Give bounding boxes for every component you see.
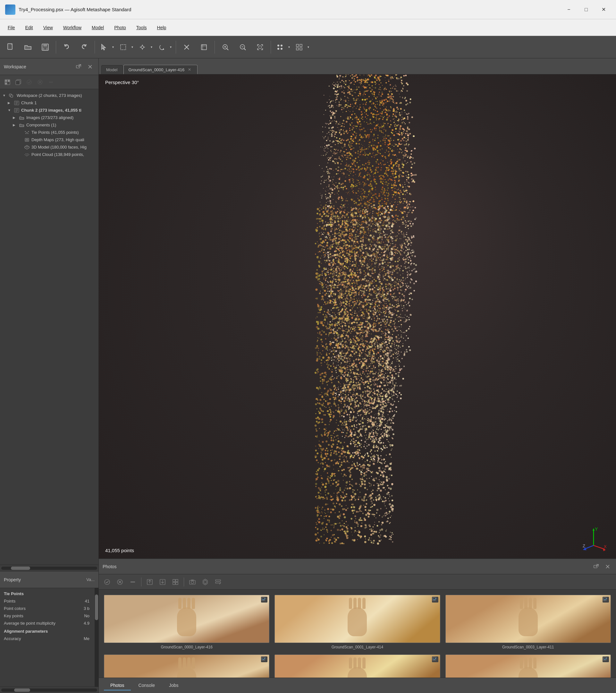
photo-item-2[interactable]: GroundScan_0003_Layer-411	[446, 595, 611, 649]
select-tool-button[interactable]	[98, 39, 110, 55]
zoom-out-button[interactable]	[235, 39, 251, 55]
rect-select-dropdown[interactable]: ▾	[129, 39, 135, 55]
tree-item-images[interactable]: ▶ Images (273/273 aligned)	[0, 114, 99, 121]
photos-uncheck-all-button[interactable]	[114, 576, 126, 588]
property-vscrollbar-thumb[interactable]	[95, 594, 98, 620]
tree-label-depthmaps: Depth Maps (273, High quali	[32, 137, 96, 142]
tree-item-pointcloud[interactable]: ▶ Point Cloud (138,949 points,	[0, 151, 99, 158]
ws-add-button[interactable]	[3, 77, 12, 87]
workspace-close-button[interactable]	[86, 62, 95, 71]
3d-viewport[interactable]: Perspective 30° 41,055 points Y X Z	[99, 75, 616, 558]
save-button[interactable]	[37, 39, 53, 55]
photos-layers-button[interactable]	[200, 576, 211, 588]
select-tool-dropdown[interactable]: ▾	[110, 39, 116, 55]
pan-tool-button[interactable]	[136, 39, 149, 55]
svg-line-14	[227, 48, 228, 50]
photo-check-3	[261, 656, 267, 662]
photo-item-5[interactable]	[446, 654, 611, 678]
menu-file[interactable]: File	[3, 23, 20, 32]
prop-row-pointcolors: Point colors 3 b	[0, 605, 95, 612]
photo-item-0[interactable]: GroundScan_0000_Layer-416	[104, 595, 269, 649]
tab-photos[interactable]: Photos	[104, 681, 131, 690]
bottom-tabs: Photos Console Jobs	[99, 678, 616, 693]
new-document-button[interactable]	[3, 39, 19, 55]
menu-model[interactable]: Model	[87, 23, 109, 32]
tree-item-model3d[interactable]: ▶ 3D Model (180,000 faces, Hig	[0, 143, 99, 151]
close-button[interactable]: ✕	[596, 4, 611, 15]
rect-select-button[interactable]	[117, 39, 129, 55]
grid-view-dropdown[interactable]: ▾	[306, 39, 311, 55]
photos-settings-button[interactable]	[170, 576, 181, 588]
property-hscrollbar[interactable]	[0, 687, 99, 693]
photos-close-button[interactable]	[603, 562, 612, 571]
tab-model[interactable]: Model	[101, 65, 123, 74]
svg-rect-107	[261, 656, 267, 662]
tree-label-root: Workspace (2 chunks, 273 images)	[17, 93, 96, 98]
toolbar-sep-3	[176, 41, 176, 54]
fit-view-button[interactable]	[252, 39, 268, 55]
workspace-hscrollthumb[interactable]	[11, 567, 30, 570]
view-mode-dropdown[interactable]: ▾	[286, 39, 291, 55]
rotate-tool-button[interactable]	[155, 39, 168, 55]
photos-import-button[interactable]	[144, 576, 156, 588]
left-panel: Workspace	[0, 58, 99, 693]
photo-item-4[interactable]	[274, 654, 440, 678]
grid-view-button[interactable]	[293, 39, 306, 55]
redo-button[interactable]	[76, 39, 92, 55]
fingers-4	[349, 657, 366, 669]
tree-item-depthmaps[interactable]: ▶ Depth Maps (273, High quali	[0, 136, 99, 143]
open-button[interactable]	[20, 39, 36, 55]
tree-item-root[interactable]: ▼ Workspace (2 chunks, 273 images)	[0, 92, 99, 99]
chunk2-icon	[14, 108, 19, 113]
tab-groundscan-close[interactable]: ✕	[187, 67, 192, 72]
finger-1-2	[353, 598, 356, 609]
tree-item-components[interactable]: ▶ Components (1)	[0, 121, 99, 128]
photos-undock-button[interactable]	[592, 562, 601, 571]
model3d-icon	[24, 145, 29, 150]
crop-button[interactable]	[196, 39, 212, 55]
toolbar-sep-4	[214, 41, 215, 54]
workspace-undock-button[interactable]	[74, 62, 83, 71]
finger-0-2	[183, 598, 186, 609]
tab-console[interactable]: Console	[132, 681, 161, 690]
tab-groundscan[interactable]: GroundScan_0000_Layer-416 ✕	[123, 65, 198, 74]
photo-item-1[interactable]: GroundScan_0001_Layer-414	[274, 595, 440, 649]
menu-tools[interactable]: Tools	[131, 23, 152, 32]
photo-item-3[interactable]	[104, 654, 269, 678]
photos-view-dropdown[interactable]	[212, 576, 224, 588]
minimize-button[interactable]: −	[561, 4, 576, 15]
rotate-tool-dropdown[interactable]: ▾	[168, 39, 173, 55]
finger-4-1	[349, 657, 352, 669]
svg-rect-28	[300, 48, 302, 50]
view-mode-button[interactable]	[273, 39, 286, 55]
delete-button[interactable]	[179, 39, 194, 55]
tree-item-chunk2[interactable]: ▼ Chunk 2 (273 images, 41,055 ti	[0, 106, 99, 114]
photo-check-2	[602, 597, 609, 602]
toolbar-sep-1	[56, 41, 56, 54]
menu-photo[interactable]: Photo	[109, 23, 131, 32]
maximize-button[interactable]: □	[579, 4, 594, 15]
undo-button[interactable]	[59, 39, 75, 55]
tree-item-chunk1[interactable]: ▶ Chunk 1	[0, 99, 99, 106]
menu-help[interactable]: Help	[152, 23, 171, 32]
photos-check-all-button[interactable]	[101, 576, 113, 588]
svg-text:X: X	[604, 544, 607, 549]
photo-thumb-wrap-1	[274, 595, 440, 643]
tree-label-chunk1: Chunk 1	[21, 100, 96, 105]
property-hscrollthumb[interactable]	[14, 689, 30, 692]
pan-tool-dropdown[interactable]: ▾	[149, 39, 154, 55]
menu-view[interactable]: View	[38, 23, 58, 32]
tree-item-tiepoints[interactable]: ▶ Tie Points (41,055 points)	[0, 128, 99, 136]
images-folder-icon	[19, 116, 24, 120]
photos-export-button[interactable]	[157, 576, 168, 588]
menu-edit[interactable]: Edit	[20, 23, 38, 32]
photo-thumb-wrap-3	[104, 654, 269, 678]
photos-camera-button[interactable]	[187, 576, 198, 588]
property-vscrollbar[interactable]	[95, 588, 99, 687]
ws-copy-button[interactable]	[14, 77, 23, 87]
workspace-hscrollbar[interactable]	[0, 565, 99, 571]
tab-jobs[interactable]: Jobs	[163, 681, 185, 690]
zoom-in-button[interactable]	[218, 39, 233, 55]
menu-workflow[interactable]: Workflow	[58, 23, 87, 32]
photos-remove-button[interactable]	[127, 576, 139, 588]
